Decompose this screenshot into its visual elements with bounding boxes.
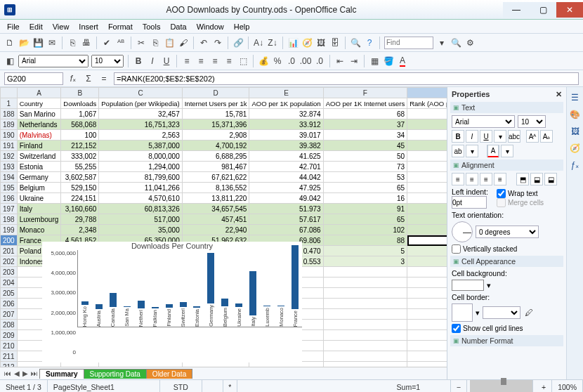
cell[interactable]: 65,350,000 xyxy=(99,235,182,246)
cell[interactable] xyxy=(99,267,182,277)
cell[interactable] xyxy=(182,267,249,277)
status-sheet[interactable]: Sheet 1 / 3 xyxy=(0,380,48,392)
cell[interactable] xyxy=(17,277,61,288)
section-number-format[interactable]: Number Format xyxy=(450,335,563,346)
cell[interactable]: 113,929 xyxy=(61,246,99,256)
cell[interactable]: 16,751,323 xyxy=(99,119,182,130)
row-header[interactable]: 192 xyxy=(1,151,18,162)
cell[interactable] xyxy=(61,320,99,330)
export-pdf-icon[interactable]: ⎘ xyxy=(67,37,78,48)
redo-icon[interactable]: ↷ xyxy=(212,37,223,48)
cell[interactable]: 42.701 xyxy=(249,162,323,172)
cell[interactable]: 212,152 xyxy=(61,141,99,151)
cell[interactable] xyxy=(99,320,182,330)
cell[interactable] xyxy=(249,288,323,299)
cell[interactable] xyxy=(182,341,249,351)
cell[interactable] xyxy=(17,309,61,320)
cell[interactable] xyxy=(407,341,447,351)
cell[interactable]: 4,700,192 xyxy=(182,141,249,151)
valign-mid-icon[interactable]: ⬓ xyxy=(530,173,543,185)
align-right-icon[interactable]: ≡ xyxy=(209,55,221,67)
menu-tools[interactable]: Tools xyxy=(138,21,165,32)
cell[interactable]: 2,348 xyxy=(61,225,99,235)
cell[interactable] xyxy=(249,362,323,367)
cell[interactable]: 15,781 xyxy=(182,109,249,119)
menu-format[interactable]: Format xyxy=(104,21,137,32)
side-styles-icon[interactable]: 🎨 xyxy=(569,108,582,121)
cell[interactable] xyxy=(249,351,323,362)
merge-cells-icon[interactable]: ⬚ xyxy=(237,55,249,67)
cell[interactable]: 45 xyxy=(323,141,407,151)
menu-window[interactable]: Window xyxy=(192,21,228,32)
cell[interactable]: 67.086 xyxy=(249,225,323,235)
cell[interactable] xyxy=(182,309,249,320)
cell[interactable]: 29,788 xyxy=(61,214,99,225)
cell[interactable] xyxy=(99,362,182,367)
row-header[interactable]: 212 xyxy=(1,362,18,367)
sheet-tab-supporting[interactable]: Supporting Data xyxy=(84,369,147,379)
cell[interactable]: Poland xyxy=(17,246,61,256)
cell[interactable] xyxy=(407,362,447,367)
border-preset[interactable] xyxy=(452,303,473,322)
cell[interactable]: 55,255 xyxy=(61,162,99,172)
cell[interactable]: 5 xyxy=(407,193,447,204)
cell[interactable]: Netherlands xyxy=(17,119,61,130)
cell[interactable]: 44,291,729 xyxy=(182,256,249,267)
row-header[interactable]: 1 xyxy=(1,98,18,109)
function-wizard-icon[interactable]: fₓ xyxy=(67,73,79,84)
formula-input[interactable] xyxy=(114,72,579,85)
cell[interactable]: 39.017 xyxy=(249,130,323,141)
menu-insert[interactable]: Insert xyxy=(74,21,103,32)
cell[interactable]: 2,908 xyxy=(182,130,249,141)
autocheck-icon[interactable]: ᴬᴮ xyxy=(115,37,126,48)
cell[interactable]: Rank (AOO per Population) xyxy=(407,98,447,109)
cell[interactable]: 4 xyxy=(407,204,447,214)
cell[interactable] xyxy=(99,309,182,320)
undo-icon[interactable]: ↶ xyxy=(198,37,209,48)
number-format-icon[interactable]: .0 xyxy=(286,55,297,67)
email-icon[interactable]: ✉ xyxy=(46,37,58,48)
cell[interactable]: Estonia xyxy=(17,162,61,172)
cell[interactable]: Luxembourg xyxy=(17,214,61,225)
cell[interactable]: 53 xyxy=(323,172,407,183)
function-icon[interactable]: = xyxy=(98,73,110,84)
sheet-tab-older[interactable]: Older Data xyxy=(146,369,192,379)
cell[interactable]: 47.925 xyxy=(249,183,323,193)
cell[interactable]: 9 xyxy=(407,151,447,162)
align-center-icon[interactable]: ≡ xyxy=(195,55,207,67)
borders-icon[interactable]: ▦ xyxy=(369,55,380,67)
cell[interactable]: 10 xyxy=(407,141,447,151)
cell[interactable]: 73 xyxy=(323,162,407,172)
side-navigator-icon[interactable]: 🧭 xyxy=(569,142,582,155)
cell[interactable] xyxy=(61,362,99,367)
cell[interactable] xyxy=(17,351,61,362)
font-size-select[interactable]: 10 xyxy=(91,55,124,67)
cell[interactable]: 529,150 xyxy=(61,183,99,193)
border-style-select[interactable] xyxy=(483,306,520,319)
paste-icon[interactable]: 📋 xyxy=(164,37,175,48)
cell[interactable]: 24,940,902 xyxy=(182,246,249,256)
cell[interactable] xyxy=(323,277,407,288)
cell[interactable] xyxy=(99,299,182,309)
row-header[interactable]: 203 xyxy=(1,267,18,277)
orientation-select[interactable]: 0 degrees xyxy=(476,226,539,238)
col-header[interactable]: B xyxy=(61,88,99,98)
prop-sub-icon[interactable]: Aₐ xyxy=(540,130,553,143)
cell[interactable] xyxy=(182,288,249,299)
increase-indent-icon[interactable]: ⇥ xyxy=(348,55,360,67)
col-header[interactable]: D xyxy=(182,88,249,98)
sheet-tab-summary[interactable]: Summary xyxy=(39,369,84,379)
bg-color-icon[interactable]: 🪣 xyxy=(383,55,394,67)
cell[interactable]: 568,068 xyxy=(61,119,99,130)
cell[interactable]: 39.382 xyxy=(249,141,323,151)
prop-font-size[interactable]: 10 xyxy=(518,115,546,128)
cell[interactable]: 7 xyxy=(407,172,447,183)
bold-icon[interactable]: B xyxy=(133,55,144,67)
cell[interactable]: 34 xyxy=(323,130,407,141)
row-header[interactable]: 209 xyxy=(1,330,18,341)
sum-icon[interactable]: Σ xyxy=(83,73,94,84)
cell[interactable]: 8,136,552 xyxy=(182,183,249,193)
row-header[interactable]: 191 xyxy=(1,141,18,151)
cell[interactable]: 333,002 xyxy=(61,151,99,162)
prop-fontcolor-icon[interactable]: A xyxy=(487,145,499,157)
